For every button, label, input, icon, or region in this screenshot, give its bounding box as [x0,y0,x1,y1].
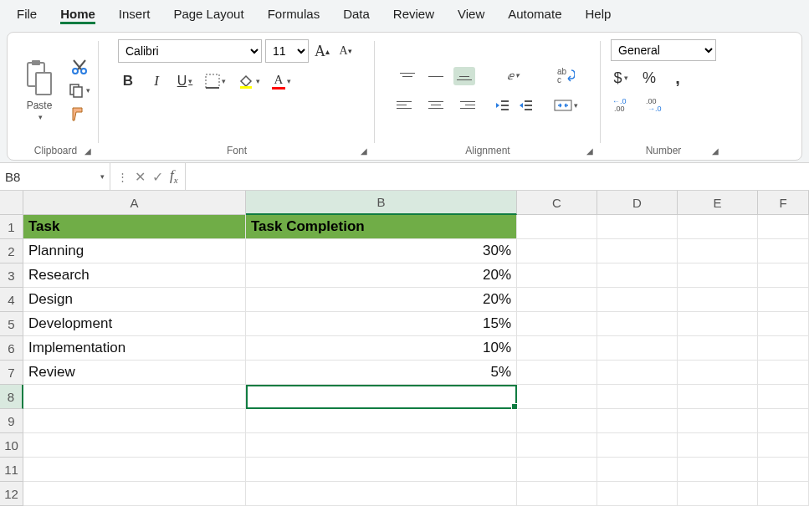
orientation-button[interactable]: ⅇ▾ [504,65,524,85]
increase-font-button[interactable]: A▴ [312,41,332,61]
option-dots-icon[interactable]: ⋮ [117,171,128,183]
menu-page-layout[interactable]: Page Layout [161,2,255,26]
cell[interactable] [517,385,597,409]
cell[interactable] [597,336,678,361]
menu-automate[interactable]: Automate [496,2,573,26]
row-header[interactable]: 5 [0,312,23,336]
cell-a8[interactable] [23,385,246,409]
cell[interactable] [758,239,809,263]
comma-format-button[interactable]: , [668,68,688,88]
cell-b3[interactable]: 20% [246,263,517,288]
align-right-button[interactable] [453,95,475,114]
cell[interactable] [678,312,758,336]
fill-color-button[interactable]: ▾ [236,71,262,91]
cell[interactable] [678,336,758,361]
menu-home[interactable]: Home [49,2,107,26]
cell[interactable] [246,458,517,482]
decrease-font-button[interactable]: A▾ [335,41,356,61]
row-header[interactable]: 7 [0,361,23,385]
row-header[interactable]: 11 [0,458,23,482]
cell[interactable] [517,215,597,239]
cell[interactable] [517,361,597,385]
cell[interactable] [678,263,758,288]
cell[interactable] [758,263,809,288]
cell[interactable] [517,288,597,312]
underline-button[interactable]: U▾ [175,71,195,91]
align-center-button[interactable] [425,95,447,114]
accounting-format-button[interactable]: $▾ [611,68,631,88]
font-name-select[interactable]: Calibri [118,39,262,63]
cell-a1[interactable]: Task [23,215,246,239]
cell[interactable] [517,336,597,361]
cell-a5[interactable]: Development [23,312,246,336]
cell-a4[interactable]: Design [23,288,246,312]
cell[interactable] [23,409,246,433]
cell[interactable] [758,312,809,336]
cell[interactable] [597,361,678,385]
cell[interactable] [758,482,809,506]
cell[interactable] [246,482,517,506]
cell-b6[interactable]: 10% [246,336,517,361]
cell[interactable] [517,433,597,458]
cell[interactable] [597,288,678,312]
col-header-a[interactable]: A [23,191,246,215]
font-color-button[interactable]: A ▾ [270,71,293,91]
select-all-corner[interactable] [0,191,23,215]
cell[interactable] [597,239,678,263]
menu-review[interactable]: Review [381,2,446,26]
cell[interactable] [597,458,678,482]
row-header[interactable]: 12 [0,482,23,506]
menu-file[interactable]: File [5,2,49,26]
menu-view[interactable]: View [446,2,496,26]
row-header[interactable]: 2 [0,239,23,263]
font-launcher[interactable]: ◢ [358,146,370,158]
cell[interactable] [597,385,678,409]
cell[interactable] [758,361,809,385]
cell[interactable] [758,288,809,312]
cell[interactable] [23,433,246,458]
cell[interactable] [678,409,758,433]
row-header[interactable]: 1 [0,215,23,239]
menu-data[interactable]: Data [331,2,381,26]
align-left-button[interactable] [397,95,418,114]
increase-indent-button[interactable] [515,95,535,115]
cell-b8[interactable] [246,385,517,409]
cell[interactable] [517,409,597,433]
col-header-c[interactable]: C [517,191,597,215]
cell[interactable] [678,215,758,239]
cell-b7[interactable]: 5% [246,361,517,385]
cell[interactable] [758,458,809,482]
align-bottom-button[interactable] [453,67,475,85]
row-header[interactable]: 6 [0,336,23,361]
cell[interactable] [678,482,758,506]
col-header-b[interactable]: B [246,191,517,215]
cell[interactable] [678,288,758,312]
cell[interactable] [678,433,758,458]
merge-center-button[interactable]: ▾ [552,95,580,115]
bold-button[interactable]: B [118,71,138,91]
percent-format-button[interactable]: % [639,68,659,88]
cell[interactable] [758,385,809,409]
col-header-e[interactable]: E [678,191,758,215]
col-header-d[interactable]: D [597,191,678,215]
cell[interactable] [678,458,758,482]
formula-input[interactable] [186,163,809,190]
cell-b2[interactable]: 30% [246,239,517,263]
cell-b1[interactable]: Task Completion [246,215,517,239]
menu-formulas[interactable]: Formulas [256,2,332,26]
fx-icon[interactable]: fx [170,167,178,185]
cell[interactable] [758,336,809,361]
alignment-launcher[interactable]: ◢ [584,146,596,158]
menu-help[interactable]: Help [573,2,622,26]
paste-button[interactable]: Paste ▾ [19,58,59,123]
cell-a2[interactable]: Planning [23,239,246,263]
cell-a6[interactable]: Implementation [23,336,246,361]
cell[interactable] [758,215,809,239]
align-middle-button[interactable] [425,67,447,85]
cell[interactable] [597,433,678,458]
cell[interactable] [517,482,597,506]
cell[interactable] [246,409,517,433]
cell[interactable] [678,361,758,385]
row-header[interactable]: 10 [0,433,23,458]
cell[interactable] [597,215,678,239]
